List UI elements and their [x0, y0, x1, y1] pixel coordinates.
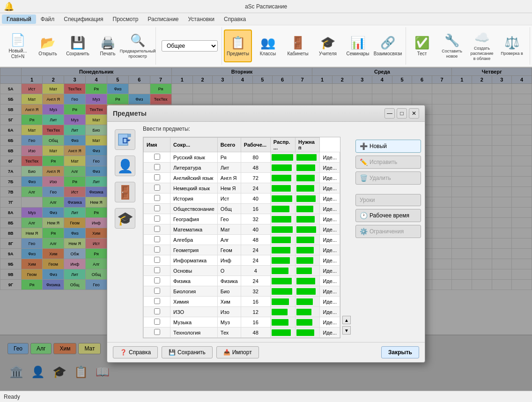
subj-work-bar-12 [272, 278, 292, 284]
subj-name-4[interactable]: История [170, 194, 218, 204]
menu-schedule[interactable]: Расписание [143, 15, 183, 24]
work-time-button[interactable]: 🕐 Рабочее время [355, 209, 421, 222]
relations-button[interactable]: 🔗 Взаимосвязи [374, 30, 402, 62]
subj-total-16: 16 [241, 317, 270, 328]
subj-name-2[interactable]: Английский язык [170, 173, 218, 183]
subj-check-17[interactable] [154, 329, 160, 335]
menu-settings[interactable]: Установки [184, 15, 219, 24]
menu-main[interactable]: Главный [2, 15, 36, 24]
minimize-button[interactable]: — [384, 108, 395, 119]
subj-check-12[interactable] [154, 277, 160, 283]
subj-check-15[interactable] [154, 308, 160, 314]
save-button[interactable]: 💾 Сохранить [64, 30, 92, 62]
person-icon-btn[interactable]: 👤 [115, 156, 135, 176]
subj-name-11[interactable]: Основы [170, 266, 218, 276]
col-need-header: Нужна п [296, 138, 320, 152]
new-button[interactable]: 📄 Новый...Ctrl+N [4, 30, 32, 62]
subj-work-16 [270, 317, 295, 328]
rooms-button[interactable]: 🚪 Кабинеты [284, 30, 312, 62]
maximize-button[interactable]: □ [397, 108, 407, 119]
status-text: Ready [4, 394, 20, 400]
rooms-label: Кабинеты [287, 51, 308, 57]
subj-work-7 [270, 224, 295, 235]
scroll-down-button[interactable]: ▼ [342, 326, 351, 335]
door-icon-btn[interactable]: 🚪 [115, 182, 135, 202]
view-dropdown[interactable]: Общее [162, 40, 218, 52]
subj-total-14: 16 [241, 297, 270, 307]
new-subject-button[interactable]: ➕ Новый [355, 140, 421, 153]
subj-distr-3 [296, 183, 320, 194]
subj-name-0[interactable]: Русский язык [170, 152, 218, 163]
import-footer-button[interactable]: 📥 Импорт [216, 346, 259, 358]
subj-name-16[interactable]: Музыка [170, 317, 218, 328]
subj-check-3[interactable] [154, 185, 160, 191]
subj-check-14[interactable] [154, 298, 160, 304]
col-abbr-header: Сокр... [170, 138, 218, 152]
subj-check-8[interactable] [154, 236, 160, 242]
compose-button[interactable]: 🔧 Составить новое [438, 30, 466, 62]
cloud-label: Создать расписание в облаке [470, 46, 494, 61]
delete-subject-button[interactable]: 🗑️ Удалить [355, 171, 421, 185]
subj-name-10[interactable]: Информатика [170, 255, 218, 266]
subj-check-0[interactable] [154, 154, 160, 160]
preview-button[interactable]: 🔍 Предварительный просмотр [124, 30, 152, 62]
subj-name-14[interactable]: Химия [170, 297, 218, 307]
subj-distr-bar-5 [296, 206, 313, 212]
menu-spec[interactable]: Спецификация [59, 15, 108, 24]
lessons-button[interactable]: Уроки [355, 194, 421, 206]
subjects-button[interactable]: 📋 Предметы [224, 30, 252, 62]
rooms-icon: 🚪 [290, 36, 305, 50]
subj-name-8[interactable]: Алгебра [170, 235, 218, 245]
edit-subject-button[interactable]: ✏️ Исправить [355, 156, 421, 169]
subj-name-6[interactable]: География [170, 214, 218, 224]
open-button[interactable]: 📂 Открыть [34, 30, 62, 62]
subj-name-9[interactable]: Геометрия [170, 245, 218, 255]
subj-name-7[interactable]: Математика [170, 224, 218, 235]
subj-name-15[interactable]: ИЗО [170, 307, 218, 317]
help-button[interactable]: ❓ Справка [113, 346, 158, 358]
subj-check-7[interactable] [154, 226, 160, 232]
test-button[interactable]: ✅ Тест [408, 30, 436, 62]
subj-check-1[interactable] [154, 164, 160, 170]
import-icon-btn[interactable] [115, 129, 135, 150]
subj-name-13[interactable]: Биология [170, 286, 218, 297]
subj-check-6[interactable] [154, 216, 160, 222]
cloud-button[interactable]: ☁️ Создать расписание в облаке [468, 30, 496, 62]
subj-check-5[interactable] [154, 205, 160, 211]
subj-check-13[interactable] [154, 288, 160, 294]
subj-need-6: Иде... [320, 214, 340, 224]
subjects-table[interactable]: Имя Сокр... Всего Рабоче... Распр. ... Н… [143, 137, 340, 338]
teachers-button[interactable]: 🎓 Учителя [314, 30, 342, 62]
print-button[interactable]: 🖨️ Печать [94, 30, 122, 62]
subjects-label: Предметы [227, 51, 249, 57]
close-footer-button[interactable]: Закрыть [381, 346, 419, 358]
graduation-icon-btn[interactable]: 🎓 [115, 208, 135, 229]
check-button[interactable]: ⚖️ Проверка в [498, 30, 526, 62]
subj-name-17[interactable]: Технология [170, 328, 218, 338]
subj-name-1[interactable]: Литература [170, 163, 218, 173]
close-button[interactable]: ✕ [409, 108, 419, 119]
check-label: Проверка в [501, 51, 523, 56]
subj-check-2[interactable] [154, 174, 160, 180]
classes-button[interactable]: 👥 Классы [254, 30, 282, 62]
subj-check-11[interactable] [154, 267, 160, 273]
subj-name-5[interactable]: Обществознание [170, 204, 218, 214]
subj-check-9[interactable] [154, 246, 160, 253]
subj-check-10[interactable] [154, 257, 160, 263]
limits-button[interactable]: ⚙️ Ограничения [355, 225, 421, 238]
subj-name-3[interactable]: Немецкий язык [170, 183, 218, 194]
subj-abbr-10: Инф [217, 255, 241, 266]
menu-help[interactable]: Справка [219, 15, 251, 24]
seminars-button[interactable]: 📊 Семинары [344, 30, 372, 62]
open-icon: 📂 [40, 36, 55, 50]
subj-work-bar-17 [272, 329, 291, 336]
check-icon: ⚖️ [504, 36, 519, 50]
subj-check-16[interactable] [154, 319, 160, 325]
menu-file[interactable]: Файл [36, 15, 59, 24]
subj-check-4[interactable] [154, 195, 160, 201]
modal-header: Предметы — □ ✕ [107, 105, 425, 122]
scroll-up-button[interactable]: ▲ [342, 316, 351, 324]
save-footer-button[interactable]: 💾 Сохранить [162, 346, 213, 358]
menu-view[interactable]: Просмотр [108, 15, 143, 24]
subj-name-12[interactable]: Физика [170, 276, 218, 286]
